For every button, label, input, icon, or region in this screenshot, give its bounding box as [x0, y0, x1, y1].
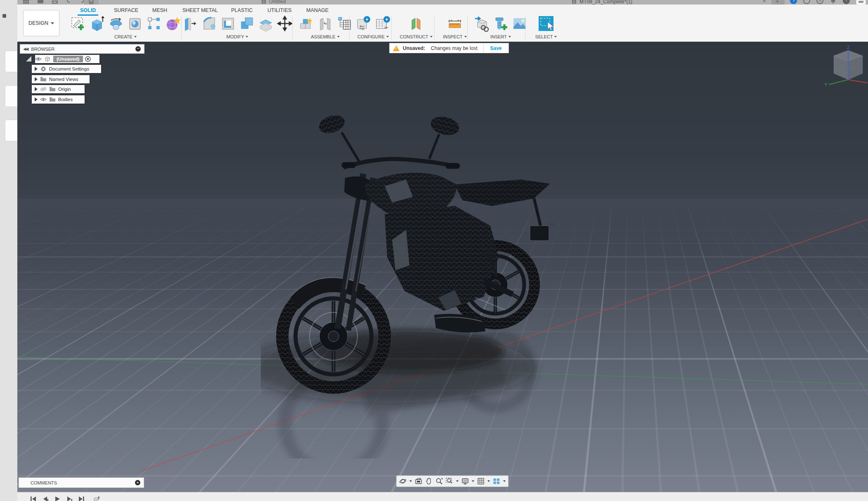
- configure-icon[interactable]: [355, 15, 372, 32]
- group-label-inspect[interactable]: INSPECT: [443, 34, 463, 39]
- joint-icon[interactable]: [317, 15, 333, 32]
- fillet-icon[interactable]: [201, 15, 217, 32]
- notification-bell-icon[interactable]: [830, 0, 837, 4]
- minimize-panel-icon[interactable]: −: [135, 46, 141, 52]
- 3d-viewport[interactable]: Unsaved: Changes may be lost Save ◀◀ BRO…: [17, 42, 868, 492]
- new-tab-button[interactable]: [771, 0, 785, 5]
- group-label-select[interactable]: SELECT: [535, 34, 553, 39]
- construct-plane-icon[interactable]: [408, 15, 424, 32]
- workspace-switcher[interactable]: DESIGN: [23, 10, 59, 36]
- visibility-eye-icon[interactable]: [35, 56, 42, 62]
- orbit-icon[interactable]: [399, 477, 407, 485]
- viewports-icon[interactable]: [493, 477, 500, 485]
- group-label-configure[interactable]: CONFIGURE: [357, 34, 385, 39]
- motorcycle-model[interactable]: [261, 104, 570, 458]
- insert-canvas-icon[interactable]: [511, 15, 528, 32]
- press-pull-icon[interactable]: [182, 15, 198, 32]
- tab-plastic[interactable]: PLASTIC: [231, 7, 253, 13]
- tab-mesh[interactable]: MESH: [152, 7, 167, 13]
- create-form-icon[interactable]: [165, 15, 181, 32]
- group-label-insert[interactable]: INSERT: [490, 34, 507, 39]
- measure-icon[interactable]: [447, 15, 463, 32]
- chevron-down-icon[interactable]: [472, 480, 474, 482]
- zoom-icon[interactable]: [435, 477, 443, 485]
- chevron-down-icon[interactable]: [409, 480, 412, 482]
- zoom-window-icon[interactable]: [446, 477, 453, 485]
- display-settings-icon[interactable]: [461, 477, 469, 485]
- expand-icon[interactable]: [35, 97, 38, 102]
- save-icon[interactable]: [52, 0, 58, 4]
- new-component-icon[interactable]: [298, 15, 315, 32]
- expand-icon[interactable]: [35, 77, 38, 81]
- move-copy-icon[interactable]: [277, 15, 293, 32]
- tab-sheet-metal[interactable]: SHEET METAL: [182, 7, 218, 13]
- hole-icon[interactable]: [127, 15, 143, 32]
- group-label-create[interactable]: CREATE: [114, 34, 132, 39]
- data-panel-icon[interactable]: [23, 0, 29, 4]
- chevron-down-icon[interactable]: [456, 480, 459, 482]
- configuration-table-icon[interactable]: [374, 15, 391, 32]
- bom-icon[interactable]: [336, 15, 352, 32]
- visibility-off-eye-icon[interactable]: [40, 86, 47, 92]
- avatar[interactable]: MM: [856, 0, 866, 5]
- group-label-assemble[interactable]: ASSEMBLE: [311, 34, 335, 39]
- extrude-icon[interactable]: [89, 15, 105, 32]
- ribbon-toolbar: DESIGN SOLID SURFACE MESH SHEET METAL PL…: [17, 5, 868, 42]
- revolve-icon[interactable]: [108, 15, 124, 32]
- folder-icon[interactable]: [37, 0, 44, 4]
- add-comment-icon[interactable]: +: [135, 480, 140, 485]
- pan-icon[interactable]: [425, 477, 433, 485]
- root-expand-icon[interactable]: [26, 56, 31, 61]
- insert-derive-icon[interactable]: [473, 15, 490, 32]
- activate-radio-icon[interactable]: [85, 56, 91, 62]
- tab-manage[interactable]: MANAGE: [306, 7, 329, 13]
- expand-icon[interactable]: [35, 67, 38, 71]
- group-label-construct[interactable]: CONSTRUCT: [400, 34, 428, 39]
- sync-icon[interactable]: [803, 0, 810, 4]
- chevron-down-icon: [509, 36, 511, 38]
- combine-icon[interactable]: [239, 15, 255, 32]
- visibility-eye-icon[interactable]: [40, 96, 47, 103]
- doc-tab-untitled[interactable]: Untitled: [269, 0, 286, 5]
- insert-fastener-icon[interactable]: [492, 15, 509, 32]
- home-tab[interactable]: [84, 0, 99, 5]
- comments-panel-header[interactable]: COMMENTS +: [19, 477, 144, 488]
- chevron-down-icon[interactable]: [503, 480, 506, 482]
- root-document-label[interactable]: (Unsaved): [53, 56, 83, 62]
- chevron-down-icon[interactable]: [487, 480, 490, 482]
- expand-icon[interactable]: [35, 87, 38, 91]
- browser-item-document-settings[interactable]: Document Settings: [32, 65, 101, 73]
- job-status-icon[interactable]: [816, 0, 823, 4]
- file-new-icon[interactable]: [17, 0, 19, 4]
- timeline-step-back-icon[interactable]: [42, 496, 49, 501]
- view-cube[interactable]: LEFT FRONT Z Y X: [823, 45, 868, 91]
- issues-icon[interactable]: !: [843, 0, 850, 4]
- help-icon[interactable]: ?: [790, 0, 797, 4]
- browser-root-row[interactable]: (Unsaved): [35, 55, 99, 63]
- tab-utilities[interactable]: UTILITIES: [267, 7, 291, 13]
- offset-face-icon[interactable]: [258, 15, 274, 32]
- timeline-play-icon[interactable]: [54, 496, 61, 501]
- save-button[interactable]: Save: [484, 45, 509, 51]
- pattern-icon[interactable]: [146, 15, 162, 32]
- browser-item-named-views[interactable]: Named Views: [32, 75, 90, 83]
- group-label-modify[interactable]: MODIFY: [227, 34, 244, 39]
- look-at-icon[interactable]: [415, 477, 422, 485]
- collapse-panel-icon[interactable]: ◀◀: [23, 47, 28, 51]
- undo-icon[interactable]: [66, 0, 73, 4]
- timeline-go-to-end-icon[interactable]: [78, 496, 85, 501]
- timeline-marker-icon[interactable]: [93, 496, 103, 501]
- timeline-step-forward-icon[interactable]: [66, 496, 73, 501]
- close-tab-icon[interactable]: ✕: [762, 0, 766, 4]
- tab-solid[interactable]: SOLID: [80, 7, 96, 13]
- shell-icon[interactable]: [220, 15, 236, 32]
- tab-surface[interactable]: SURFACE: [114, 7, 138, 13]
- timeline-bar: [17, 492, 868, 501]
- grid-snap-icon[interactable]: [477, 477, 485, 485]
- timeline-go-to-start-icon[interactable]: [30, 496, 37, 501]
- select-icon[interactable]: [538, 15, 554, 32]
- doc-tab-active[interactable]: MT09_24_Complete*(1): [579, 0, 632, 5]
- browser-item-origin[interactable]: Origin: [32, 85, 85, 93]
- create-sketch-icon[interactable]: [70, 15, 86, 32]
- browser-item-bodies[interactable]: Bodies: [32, 95, 85, 104]
